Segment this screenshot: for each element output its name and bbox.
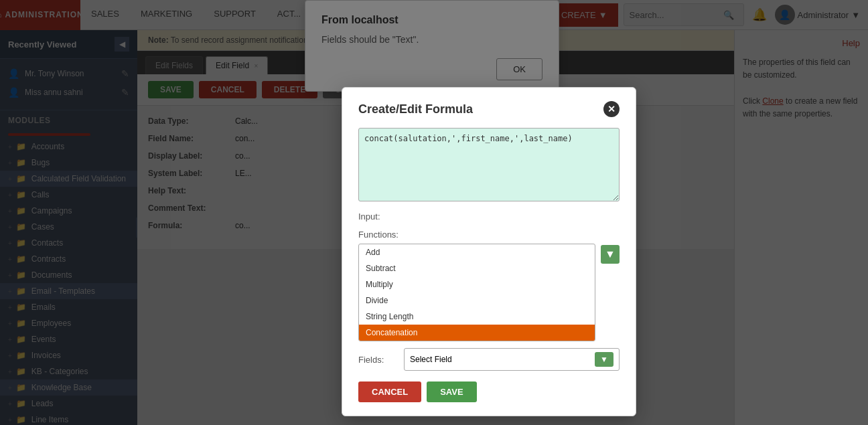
formula-cancel-button[interactable]: CANCEL (358, 381, 421, 402)
input-label: Input: (358, 211, 620, 222)
function-add[interactable]: Add (359, 244, 595, 260)
function-subtract[interactable]: Subtract (359, 260, 595, 276)
formula-close-button[interactable]: ✕ (603, 101, 620, 117)
fields-dropdown-icon: ▼ (595, 352, 613, 367)
function-multiply[interactable]: Multiply (359, 276, 595, 292)
fields-row: Fields: Select Field ▼ (358, 348, 620, 371)
fields-label: Fields: (358, 355, 399, 365)
function-divide[interactable]: Divide (359, 292, 595, 309)
function-add-button[interactable]: ▼ (601, 245, 620, 264)
formula-textarea[interactable]: concat(salutation,',first_name,',last_na… (358, 128, 620, 201)
functions-list: AddSubtractMultiplyDivideString LengthCo… (358, 244, 595, 341)
fields-select[interactable]: Select Field ▼ (404, 348, 620, 371)
functions-row: AddSubtractMultiplyDivideString LengthCo… (358, 244, 620, 341)
function-string-length[interactable]: String Length (359, 309, 595, 325)
formula-actions: CANCEL SAVE (358, 381, 620, 402)
formula-header: Create/Edit Formula ✕ (358, 101, 620, 117)
function-concatenation[interactable]: Concatenation (359, 325, 595, 341)
fields-select-placeholder: Select Field (410, 355, 452, 364)
formula-save-button[interactable]: SAVE (427, 381, 476, 402)
formula-dialog: Create/Edit Formula ✕ concat(salutation,… (342, 87, 636, 416)
formula-title: Create/Edit Formula (358, 102, 473, 116)
functions-label: Functions: (358, 230, 620, 240)
